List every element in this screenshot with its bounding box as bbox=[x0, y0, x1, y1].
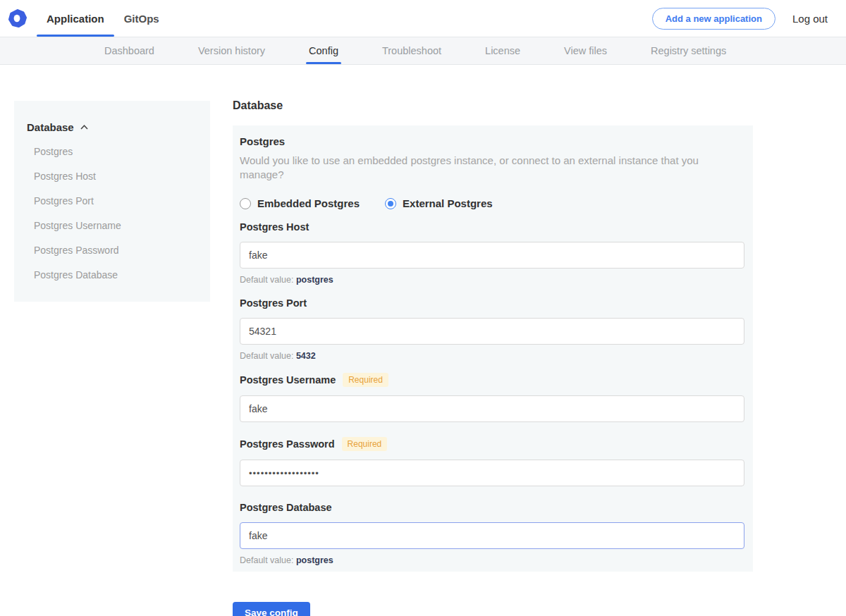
radio-unchecked-icon bbox=[240, 198, 251, 209]
app-logo bbox=[7, 0, 37, 37]
sidebar-item-postgres-database[interactable]: Postgres Database bbox=[27, 269, 197, 281]
default-value-hint: Default value: 5432 bbox=[240, 351, 744, 362]
postgres-password-input[interactable] bbox=[240, 460, 744, 486]
sidebar-item-postgres[interactable]: Postgres bbox=[27, 145, 197, 158]
sidebar-item-postgres-username[interactable]: Postgres Username bbox=[27, 219, 197, 232]
config-group-panel: Postgres Would you like to use an embedd… bbox=[233, 125, 753, 572]
radio-embedded-label: Embedded Postgres bbox=[257, 197, 360, 209]
config-main: Database Postgres Would you like to use … bbox=[233, 97, 753, 616]
subnav-item-view-files[interactable]: View files bbox=[564, 37, 607, 64]
subnav-item-config[interactable]: Config bbox=[309, 37, 338, 64]
required-badge: Required bbox=[343, 373, 388, 387]
subnav-item-version-history[interactable]: Version history bbox=[198, 37, 265, 64]
tab-gitops-label: GitOps bbox=[124, 13, 159, 25]
sidebar-group-database[interactable]: Database bbox=[27, 121, 197, 133]
field-label: Postgres Username bbox=[240, 374, 336, 386]
config-item-help: Would you like to use an embedded postgr… bbox=[240, 154, 744, 182]
sidebar-item-list: Postgres Postgres Host Postgres Port Pos… bbox=[27, 145, 197, 281]
top-nav-right: Add a new application Log out bbox=[652, 0, 846, 37]
sidebar-item-postgres-port[interactable]: Postgres Port bbox=[27, 195, 197, 207]
sidebar-group-label: Database bbox=[27, 121, 74, 133]
save-config-button[interactable]: Save config bbox=[233, 602, 310, 616]
postgres-database-input[interactable] bbox=[240, 522, 744, 549]
postgres-username-input[interactable] bbox=[240, 395, 744, 422]
page-body: Database Postgres Postgres Host Postgres… bbox=[0, 65, 846, 616]
subnav-item-license[interactable]: License bbox=[485, 37, 520, 64]
add-application-button[interactable]: Add a new application bbox=[652, 8, 776, 30]
required-badge: Required bbox=[342, 437, 388, 451]
field-postgres-password: Postgres Password Required bbox=[240, 437, 744, 486]
page-title: Database bbox=[233, 97, 753, 114]
sidebar-item-postgres-host[interactable]: Postgres Host bbox=[27, 170, 197, 183]
postgres-radio-group: Embedded Postgres External Postgres bbox=[240, 197, 744, 209]
field-postgres-host: Postgres Host Default value: postgres bbox=[240, 221, 744, 285]
field-postgres-username: Postgres Username Required bbox=[240, 373, 744, 422]
secondary-nav: Dashboard Version history Config Trouble… bbox=[0, 37, 846, 65]
field-label: Postgres Port bbox=[240, 297, 307, 309]
subnav-item-dashboard[interactable]: Dashboard bbox=[104, 37, 154, 64]
postgres-host-input[interactable] bbox=[240, 242, 744, 269]
field-label: Postgres Host bbox=[240, 221, 309, 233]
default-value: 5432 bbox=[296, 351, 316, 361]
default-value-hint: Default value: postgres bbox=[240, 275, 744, 285]
radio-embedded-postgres[interactable]: Embedded Postgres bbox=[240, 197, 360, 209]
default-value: postgres bbox=[296, 555, 333, 565]
field-label: Postgres Password bbox=[240, 438, 335, 450]
default-value-hint: Default value: postgres bbox=[240, 555, 744, 566]
top-nav: Application GitOps Add a new application… bbox=[0, 0, 846, 37]
chevron-up-icon bbox=[80, 125, 88, 130]
default-value: postgres bbox=[296, 275, 333, 285]
tab-application[interactable]: Application bbox=[37, 0, 114, 37]
sidebar-item-postgres-password[interactable]: Postgres Password bbox=[27, 244, 197, 257]
subnav-item-registry-settings[interactable]: Registry settings bbox=[651, 37, 726, 64]
top-nav-tabs: Application GitOps bbox=[37, 0, 169, 37]
radio-external-label: External Postgres bbox=[403, 197, 493, 209]
field-label: Postgres Database bbox=[240, 501, 332, 514]
postgres-port-input[interactable] bbox=[240, 318, 744, 345]
tab-gitops[interactable]: GitOps bbox=[114, 0, 169, 37]
config-sidebar: Database Postgres Postgres Host Postgres… bbox=[14, 101, 210, 302]
field-postgres-port: Postgres Port Default value: 5432 bbox=[240, 297, 744, 362]
kots-logo-icon bbox=[8, 9, 27, 27]
radio-external-postgres[interactable]: External Postgres bbox=[385, 197, 493, 209]
field-postgres-database: Postgres Database Default value: postgre… bbox=[240, 501, 744, 566]
subnav-item-troubleshoot[interactable]: Troubleshoot bbox=[382, 37, 441, 64]
config-item-title: Postgres bbox=[240, 135, 744, 148]
logout-link[interactable]: Log out bbox=[792, 13, 828, 25]
tab-application-label: Application bbox=[47, 13, 104, 25]
radio-checked-icon bbox=[385, 198, 396, 209]
